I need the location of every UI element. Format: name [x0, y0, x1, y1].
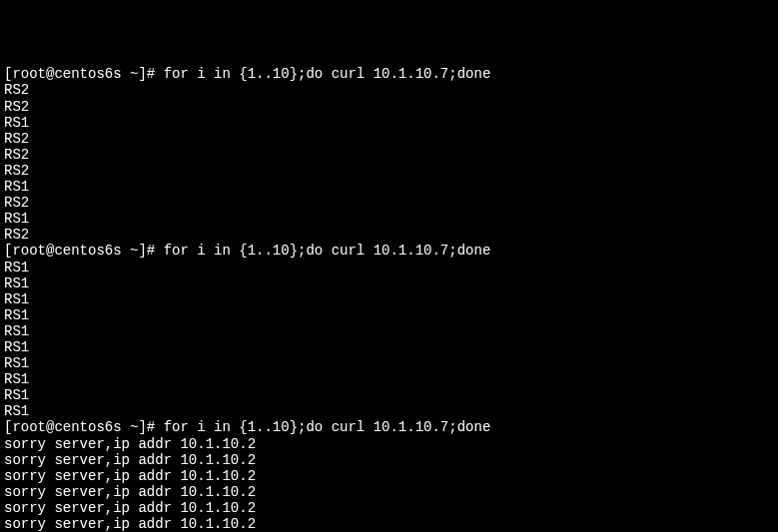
terminal-line: RS1 [4, 339, 774, 355]
terminal-line: RS1 [4, 371, 774, 387]
terminal-line: RS1 [4, 323, 774, 339]
terminal-output[interactable]: [root@centos6s ~]# for i in {1..10};do c… [4, 66, 774, 532]
terminal-line: RS2 [4, 131, 774, 147]
terminal-line: sorry server,ip addr 10.1.10.2 [4, 468, 774, 484]
terminal-line: RS1 [4, 355, 774, 371]
terminal-line: RS1 [4, 307, 774, 323]
terminal-line: [root@centos6s ~]# for i in {1..10};do c… [4, 243, 774, 259]
terminal-line: RS2 [4, 82, 774, 98]
terminal-line: RS1 [4, 291, 774, 307]
terminal-line: [root@centos6s ~]# for i in {1..10};do c… [4, 66, 774, 82]
terminal-line: [root@centos6s ~]# for i in {1..10};do c… [4, 419, 774, 435]
terminal-line: RS1 [4, 387, 774, 403]
terminal-line: RS2 [4, 99, 774, 115]
terminal-line: RS2 [4, 147, 774, 163]
terminal-line: RS2 [4, 227, 774, 243]
terminal-line: sorry server,ip addr 10.1.10.2 [4, 436, 774, 452]
terminal-line: RS1 [4, 275, 774, 291]
terminal-line: RS1 [4, 260, 774, 275]
terminal-line: RS1 [4, 403, 774, 419]
terminal-line: sorry server,ip addr 10.1.10.2 [4, 452, 774, 468]
terminal-line: RS1 [4, 115, 774, 131]
terminal-line: sorry server,ip addr 10.1.10.2 [4, 484, 774, 500]
terminal-line: RS1 [4, 179, 774, 195]
terminal-line: RS1 [4, 211, 774, 227]
terminal-line: sorry server,ip addr 10.1.10.2 [4, 516, 774, 532]
terminal-line: RS2 [4, 195, 774, 211]
terminal-line: sorry server,ip addr 10.1.10.2 [4, 500, 774, 516]
terminal-line: RS2 [4, 163, 774, 179]
